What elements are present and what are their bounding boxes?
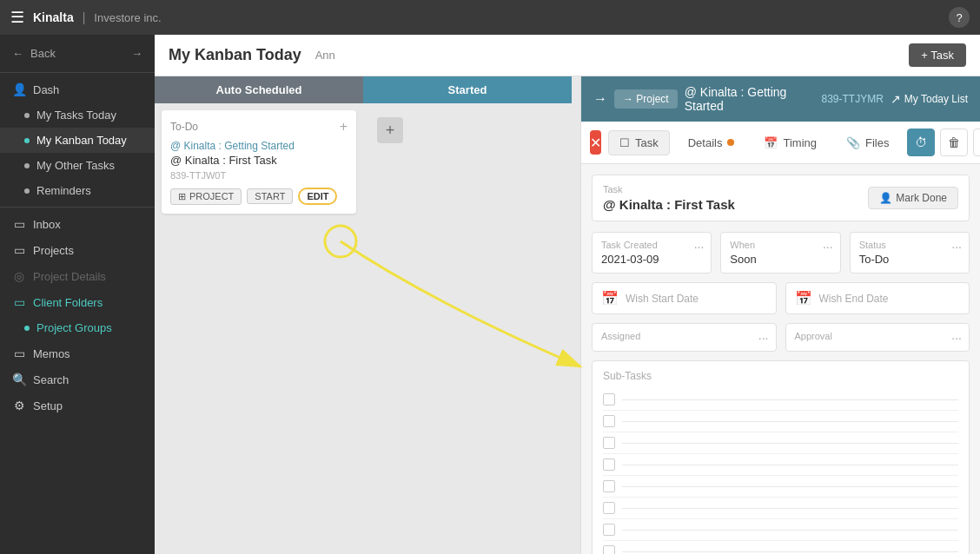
subtask-checkbox[interactable]	[603, 437, 615, 449]
status-value: To-Do	[859, 253, 960, 266]
task-date-row: 📅 Wish Start Date 📅 Wish End Date	[592, 282, 970, 314]
panel-header: → → Project @ Kinalta : Getting Started …	[581, 76, 980, 122]
col-body-auto: To-Do + @ Kinalta : Getting Started @ Ki…	[155, 103, 363, 554]
dot-icon	[24, 326, 30, 331]
assigned-dots[interactable]: ···	[758, 331, 769, 345]
add-col-button[interactable]: +	[377, 117, 403, 143]
subtask-checkbox[interactable]	[603, 545, 615, 554]
kanban-columns-area: Auto Scheduled To-Do + @ Kinalta : Getti…	[155, 76, 580, 554]
back-label[interactable]: Back	[30, 47, 56, 60]
card-actions: ⊞ PROJECT START EDIT	[170, 188, 348, 205]
export-button[interactable]: ⬆	[973, 129, 980, 156]
search-icon: 🔍	[12, 373, 26, 386]
tab-files-label: Files	[865, 136, 889, 149]
memos-icon: ▭	[12, 346, 26, 360]
card-title-link[interactable]: @ Kinalta : Getting Started	[170, 140, 348, 152]
content-area: My Kanban Today Ann + Task Auto Schedule…	[155, 35, 980, 554]
assigned-box: Assigned ···	[592, 323, 777, 352]
back-arrow-left[interactable]: ←	[12, 47, 23, 60]
sidebar-item-my-other-tasks[interactable]: My Other Tasks	[0, 153, 155, 178]
subtask-checkbox[interactable]	[603, 458, 615, 471]
menu-icon[interactable]: ☰	[10, 8, 24, 27]
subtask-row	[603, 541, 958, 554]
kanban-subtitle: Ann	[315, 49, 335, 62]
sidebar-label-my-kanban-today: My Kanban Today	[36, 134, 127, 147]
dot-icon	[24, 188, 30, 194]
panel-project-button[interactable]: → Project	[614, 89, 678, 109]
mark-done-label: Mark Done	[896, 192, 947, 204]
subtask-checkbox[interactable]	[603, 502, 615, 514]
task-created-value: 2021-03-09	[601, 253, 702, 266]
kanban-card: To-Do + @ Kinalta : Getting Started @ Ki…	[162, 110, 356, 214]
sidebar-item-my-kanban-today[interactable]: My Kanban Today	[0, 128, 155, 153]
sidebar-item-project-details[interactable]: ◎ Project Details	[0, 263, 155, 289]
right-panel: → → Project @ Kinalta : Getting Started …	[580, 76, 980, 554]
sidebar-item-projects[interactable]: ▭ Projects	[0, 237, 155, 263]
dot-icon	[24, 138, 30, 143]
sidebar-item-memos[interactable]: ▭ Memos	[0, 340, 155, 366]
when-dots[interactable]: ···	[823, 240, 833, 254]
subtask-checkbox[interactable]	[603, 480, 615, 492]
sidebar-item-project-groups[interactable]: Project Groups	[0, 315, 155, 340]
sidebar-label-search: Search	[33, 373, 69, 386]
card-edit-button[interactable]: EDIT	[298, 188, 337, 205]
wish-start-box: 📅 Wish Start Date	[592, 282, 777, 314]
help-button[interactable]: ?	[949, 7, 970, 28]
external-link-icon: ↗	[891, 92, 901, 106]
col-body-started: +	[363, 103, 572, 554]
sidebar-item-setup[interactable]: ⚙ Setup	[0, 392, 155, 419]
sidebar-label-reminders: Reminders	[36, 184, 91, 197]
sidebar-back[interactable]: ← Back →	[0, 42, 155, 65]
back-arrow-right[interactable]: →	[131, 47, 142, 60]
sidebar-item-client-folders[interactable]: ▭ Client Folders	[0, 289, 155, 315]
subtask-row	[603, 519, 958, 541]
status-dots[interactable]: ···	[951, 240, 962, 254]
subtask-row	[603, 411, 958, 432]
sidebar-item-my-tasks-today[interactable]: My Tasks Today	[0, 102, 155, 128]
subtask-row	[603, 498, 958, 519]
kanban-header: My Kanban Today Ann + Task	[155, 35, 980, 76]
task-created-label: Task Created	[601, 240, 702, 250]
add-task-button[interactable]: + Task	[909, 43, 966, 67]
tab-files[interactable]: 📎 Files	[835, 130, 900, 155]
panel-toolbar: ✕ ☐ Task Details 📅 Timing 📎	[581, 122, 980, 164]
timer-button[interactable]: ⏱	[907, 129, 935, 156]
sidebar-item-search[interactable]: 🔍 Search	[0, 366, 155, 392]
task-name-value: @ Kinalta : First Task	[603, 197, 735, 212]
sidebar-item-inbox[interactable]: ▭ Inbox	[0, 211, 155, 237]
panel-today-list[interactable]: ↗ My Today List	[891, 92, 968, 106]
approval-dots[interactable]: ···	[951, 331, 962, 345]
sidebar-item-dash[interactable]: 👤 Dash	[0, 76, 155, 102]
delete-button[interactable]: 🗑	[940, 129, 968, 156]
task-name-block: Task @ Kinalta : First Task	[603, 184, 735, 212]
sidebar-item-reminders[interactable]: Reminders	[0, 178, 155, 203]
task-tab-icon: ☐	[619, 136, 630, 149]
kanban-empty-area	[572, 76, 580, 554]
sidebar-label-dash: Dash	[33, 83, 59, 96]
sidebar-label-my-tasks-today: My Tasks Today	[36, 109, 116, 122]
tab-details[interactable]: Details	[677, 130, 746, 155]
task-created-dots[interactable]: ···	[694, 240, 705, 254]
tab-timing[interactable]: 📅 Timing	[752, 130, 828, 155]
panel-today-label: My Today List	[904, 93, 968, 105]
task-created-box: Task Created 2021-03-09 ···	[592, 232, 712, 274]
sidebar-label-projects: Projects	[33, 244, 74, 257]
mark-done-button[interactable]: 👤 Mark Done	[868, 187, 958, 209]
card-add-icon[interactable]: +	[340, 119, 348, 135]
approval-box: Approval ···	[785, 323, 970, 352]
when-box: When Soon ···	[720, 232, 840, 274]
card-project-button[interactable]: ⊞ PROJECT	[170, 188, 242, 205]
tab-task[interactable]: ☐ Task	[608, 130, 670, 155]
panel-header-code: 839-TTJYMR	[822, 93, 884, 105]
subtask-line	[622, 508, 958, 509]
subtask-checkbox[interactable]	[603, 524, 615, 536]
sidebar-label-my-other-tasks: My Other Tasks	[36, 159, 115, 172]
card-todo-label: To-Do	[170, 121, 198, 133]
dash-icon: 👤	[12, 82, 26, 96]
sidebar-label-memos: Memos	[33, 347, 70, 360]
sidebar-label-project-details: Project Details	[33, 270, 106, 283]
card-start-button[interactable]: START	[247, 188, 293, 204]
subtask-checkbox[interactable]	[603, 415, 615, 427]
subtask-checkbox[interactable]	[603, 393, 615, 406]
panel-close-button[interactable]: ✕	[590, 130, 601, 155]
